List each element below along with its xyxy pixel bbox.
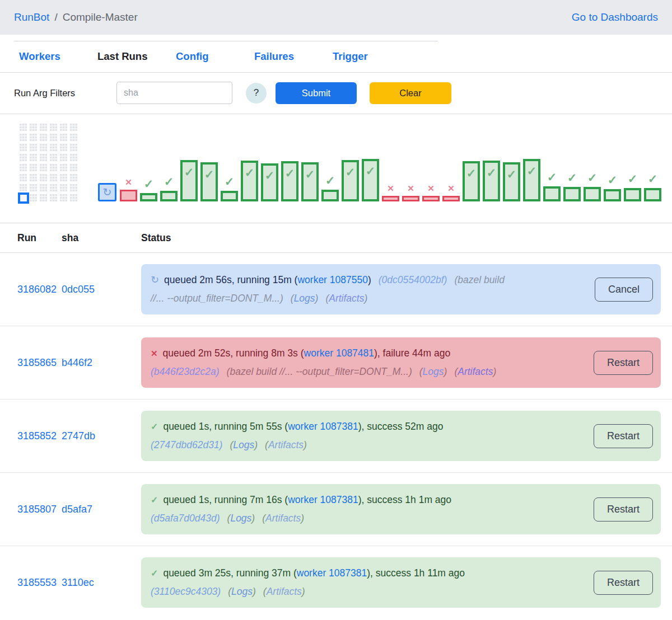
minimap-cell[interactable]	[70, 144, 77, 151]
run-bar-success[interactable]: ✓	[241, 161, 258, 201]
minimap-cell[interactable]	[50, 194, 57, 201]
tab-workers[interactable]: Workers	[19, 50, 97, 63]
go-to-dashboards-link[interactable]: Go to Dashboards	[572, 11, 658, 24]
worker-link[interactable]: worker 1087381	[297, 567, 367, 579]
minimap-cell[interactable]	[60, 134, 67, 141]
run-bar-success[interactable]: ✓	[644, 188, 661, 201]
minimap-cell[interactable]	[50, 124, 57, 131]
minimap-cell[interactable]	[40, 164, 47, 171]
cancel-button[interactable]: Cancel	[595, 278, 653, 302]
artifacts-link[interactable]: Artifacts	[329, 293, 364, 304]
tab-config[interactable]: Config	[176, 50, 254, 63]
hash-link[interactable]: (3110ec9c4303)	[151, 586, 221, 597]
worker-link[interactable]: worker 1087381	[288, 494, 358, 505]
minimap-cell[interactable]	[20, 164, 27, 171]
run-bar-success[interactable]: ✓	[483, 161, 500, 201]
logs-link[interactable]: Logs	[231, 586, 253, 597]
run-bar-failure[interactable]: ✕	[422, 196, 440, 201]
minimap-cell[interactable]	[20, 174, 27, 181]
run-bar-success[interactable]: ✓	[160, 191, 178, 201]
tab-last-runs[interactable]: Last Runs	[97, 50, 176, 63]
run-bar-success[interactable]: ✓	[221, 191, 238, 201]
minimap-cell[interactable]	[20, 134, 27, 141]
minimap-cell[interactable]	[50, 134, 57, 141]
sha-link[interactable]: d5afa7	[62, 504, 92, 515]
runbot-link[interactable]: RunBot	[14, 11, 49, 24]
minimap-cell[interactable]	[40, 144, 47, 151]
run-bar-success[interactable]: ✓	[321, 190, 339, 201]
minimap-cell[interactable]	[30, 134, 37, 141]
hash-link[interactable]: (0dc0554002bf)	[379, 274, 447, 285]
run-bar-success[interactable]: ✓	[523, 159, 540, 201]
minimap-cell[interactable]	[60, 154, 67, 161]
submit-button[interactable]: Submit	[276, 82, 357, 104]
minimap-cell[interactable]	[60, 194, 67, 201]
artifacts-link[interactable]: Artifacts	[267, 586, 302, 597]
minimap-cell[interactable]	[30, 174, 37, 181]
minimap-cell[interactable]	[20, 124, 27, 131]
restart-button[interactable]: Restart	[594, 571, 653, 595]
run-bar-success[interactable]: ✓	[604, 189, 621, 201]
run-bar-success[interactable]: ✓	[563, 187, 581, 201]
help-button[interactable]: ?	[246, 83, 267, 104]
refresh-runs-button[interactable]: ↻	[98, 183, 116, 201]
minimap-cell[interactable]	[40, 134, 47, 141]
logs-link[interactable]: Logs	[294, 293, 315, 304]
run-link[interactable]: 3185553	[17, 577, 57, 588]
logs-link[interactable]: Logs	[233, 439, 254, 450]
minimap-cell[interactable]	[70, 134, 77, 141]
artifacts-link[interactable]: Artifacts	[265, 513, 301, 524]
minimap-cell[interactable]	[50, 154, 57, 161]
restart-button[interactable]: Restart	[594, 424, 653, 448]
minimap-cell[interactable]	[30, 124, 37, 131]
run-bar-success[interactable]: ✓	[140, 193, 157, 201]
run-bar-failure[interactable]: ✕	[402, 196, 419, 201]
minimap-cell[interactable]	[20, 154, 27, 161]
minimap-cell[interactable]	[30, 144, 37, 151]
run-bar-success[interactable]: ✓	[301, 162, 319, 201]
run-bar-success[interactable]: ✓	[281, 161, 298, 201]
minimap-cell[interactable]	[40, 174, 47, 181]
minimap-cell[interactable]	[40, 194, 47, 201]
hash-link[interactable]: (2747dbd62d31)	[151, 439, 222, 450]
sha-link[interactable]: b446f2	[62, 357, 92, 368]
minimap-cell[interactable]	[50, 174, 57, 181]
run-link[interactable]: 3185865	[17, 357, 57, 368]
artifacts-link[interactable]: Artifacts	[268, 439, 304, 450]
sha-link[interactable]: 3110ec	[62, 577, 94, 588]
minimap-cell[interactable]	[60, 184, 67, 191]
tab-failures[interactable]: Failures	[254, 50, 333, 63]
minimap-cell[interactable]	[30, 154, 37, 161]
run-bar-success[interactable]: ✓	[584, 187, 601, 201]
hash-link[interactable]: (d5afa7d0d43d)	[151, 513, 220, 524]
logs-link[interactable]: Logs	[230, 513, 251, 524]
run-bar-success[interactable]: ✓	[543, 186, 561, 201]
run-bar-success[interactable]: ✓	[342, 160, 359, 201]
minimap-cell[interactable]	[70, 164, 77, 171]
run-bar-failure[interactable]: ✕	[382, 196, 399, 201]
minimap-cell[interactable]	[50, 184, 57, 191]
minimap-cell[interactable]	[40, 154, 47, 161]
minimap-cell[interactable]	[60, 174, 67, 181]
minimap-cell[interactable]	[60, 164, 67, 171]
run-args-input[interactable]	[116, 82, 232, 104]
run-bar-success[interactable]: ✓	[463, 161, 480, 201]
restart-button[interactable]: Restart	[594, 497, 653, 522]
run-bar-success[interactable]: ✓	[624, 188, 641, 201]
minimap-cell[interactable]	[40, 184, 47, 191]
minimap-cell[interactable]	[70, 124, 77, 131]
minimap-cell[interactable]	[30, 184, 37, 191]
minimap-cell[interactable]	[50, 144, 57, 151]
run-bar-success[interactable]: ✓	[200, 162, 218, 201]
sha-link[interactable]: 0dc055	[62, 284, 95, 295]
artifacts-link[interactable]: Artifacts	[458, 366, 493, 377]
run-bar-failure[interactable]: ✕	[442, 196, 460, 201]
worker-link[interactable]: worker 1087550	[297, 274, 368, 285]
minimap-cell[interactable]	[40, 124, 47, 131]
minimap-cell[interactable]	[70, 174, 77, 181]
minimap-cell-active[interactable]	[18, 192, 29, 204]
minimap-cell[interactable]	[20, 144, 27, 151]
clear-button[interactable]: Clear	[370, 82, 451, 104]
run-bar-success[interactable]: ✓	[503, 162, 520, 201]
run-bar-success[interactable]: ✓	[261, 163, 278, 201]
